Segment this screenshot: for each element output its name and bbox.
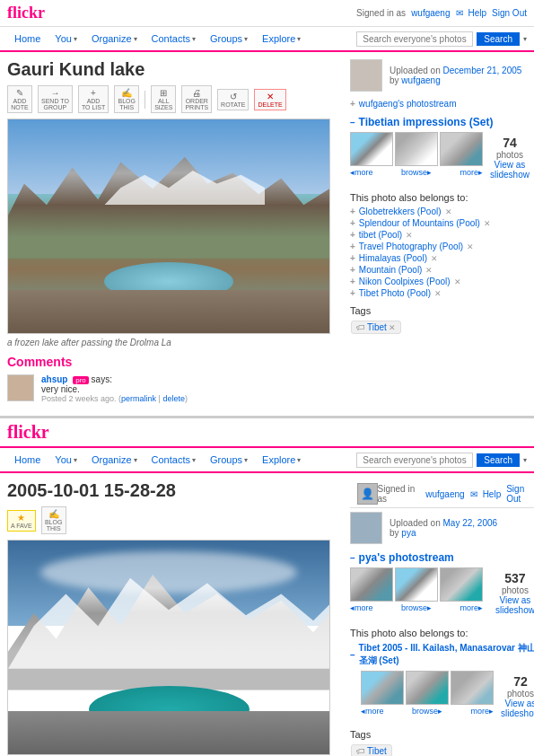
- signout-link[interactable]: Sign Out: [492, 8, 527, 18]
- nav-home[interactable]: Home: [7, 33, 48, 44]
- username-link[interactable]: wufgaeng: [411, 8, 450, 18]
- pya-thumb-3[interactable]: [440, 567, 483, 602]
- ground-element: [8, 290, 329, 333]
- set-nav-links: ◂more browse▸ more▸: [350, 168, 483, 177]
- nav-contacts[interactable]: Contacts▾: [144, 33, 203, 44]
- set-title-1[interactable]: Tibetian impressions (Set): [359, 116, 494, 128]
- pya-thumb-1[interactable]: [350, 567, 393, 602]
- more-left-link[interactable]: ◂more: [350, 168, 373, 177]
- set-thumb[interactable]: [350, 132, 393, 166]
- set2-thumb-1[interactable]: [361, 671, 404, 705]
- search-button[interactable]: Search: [477, 32, 520, 46]
- set2-slideshow-link[interactable]: View as slideshow: [501, 699, 534, 718]
- help-link-2[interactable]: Help: [483, 489, 502, 499]
- pool-link[interactable]: Tibet Photo (Pool): [359, 288, 431, 298]
- ground2-element: [8, 711, 329, 754]
- uploader-link-2[interactable]: pya: [401, 528, 416, 538]
- comment-meta: Posted 2 weeks ago. (permalink | delete): [41, 394, 188, 403]
- nav2-explore[interactable]: Explore ▾: [255, 454, 308, 465]
- pool-remove-icon[interactable]: ✕: [484, 219, 491, 228]
- send-to-group-btn[interactable]: → SEND TO GROUP: [38, 85, 73, 113]
- pya-nav-links: ◂more browse▸ more▸: [350, 603, 483, 612]
- all-sizes-btn[interactable]: ⊞ ALL SIZES: [151, 85, 176, 113]
- uploader-link[interactable]: wufgaeng: [401, 75, 440, 85]
- blog-this-btn-1[interactable]: ✍ BLOG THIS: [114, 85, 139, 113]
- mail-icon-2: ✉: [470, 489, 477, 499]
- pool-link[interactable]: Globetrekkers (Pool): [359, 207, 442, 216]
- browse-link[interactable]: browse▸: [401, 168, 432, 177]
- pya-more-right[interactable]: more▸: [460, 603, 483, 612]
- tag-link[interactable]: Tibet: [367, 322, 387, 332]
- plus-icon: +: [350, 242, 355, 251]
- nav2-contacts[interactable]: Contacts ▾: [144, 454, 203, 465]
- permalink-link[interactable]: permalink: [121, 394, 156, 403]
- set2-more-left[interactable]: ◂more: [361, 707, 384, 716]
- upload-date-link[interactable]: December 21, 2005: [443, 66, 522, 75]
- pool-link[interactable]: Mountain (Pool): [359, 265, 423, 275]
- more-right-link[interactable]: more▸: [460, 168, 483, 177]
- pool-link[interactable]: tibet (Pool): [359, 230, 402, 240]
- signout-link-2[interactable]: Sign Out: [506, 484, 534, 504]
- set-thumb[interactable]: [395, 132, 438, 166]
- nav-you[interactable]: You▾: [48, 33, 84, 44]
- tag-remove-icon[interactable]: ✕: [389, 323, 396, 332]
- pya-thumb-2[interactable]: [395, 567, 438, 602]
- upload-date-link-2[interactable]: May 22, 2006: [443, 518, 498, 528]
- pool-remove-icon[interactable]: ✕: [425, 266, 433, 275]
- nav-explore[interactable]: Explore▾: [255, 33, 308, 44]
- rotate-btn[interactable]: ↺ ROTATE: [217, 89, 249, 110]
- pya-slideshow-link[interactable]: View as slideshow: [495, 595, 534, 615]
- pya-browse[interactable]: browse▸: [401, 603, 432, 612]
- photostream-link-1[interactable]: + wufgaeng's photostream: [350, 99, 533, 109]
- nav2-home[interactable]: Home: [7, 454, 48, 465]
- set-toggle-2[interactable]: –: [350, 553, 355, 563]
- pool-link[interactable]: Himalayas (Pool): [359, 253, 427, 263]
- nav2-groups[interactable]: Groups ▾: [203, 454, 255, 465]
- set2-title[interactable]: Tibet 2005 - III. Kailash, Manasarovar 神…: [359, 642, 534, 667]
- set2-thumb-2[interactable]: [406, 671, 449, 705]
- nav-groups[interactable]: Groups▾: [203, 33, 255, 44]
- delete-comment-link[interactable]: delete: [162, 394, 185, 403]
- pool-remove-icon[interactable]: ✕: [431, 254, 438, 263]
- send-icon: →: [50, 88, 59, 98]
- photo-image-2[interactable]: [7, 540, 330, 755]
- set2-thumb-3[interactable]: [451, 671, 494, 705]
- search-input-2[interactable]: [356, 453, 473, 468]
- help-link[interactable]: Help: [468, 8, 487, 18]
- pool-remove-icon[interactable]: ✕: [406, 231, 413, 240]
- tag-link-2[interactable]: Tibet: [367, 746, 387, 756]
- order-prints-btn[interactable]: 🖨 ORDER PRINTS: [181, 85, 212, 113]
- pool-link[interactable]: Nikon Coolpixes (Pool): [359, 277, 451, 286]
- pool-remove-icon[interactable]: ✕: [445, 207, 452, 216]
- set-thumb[interactable]: [440, 132, 483, 166]
- photo-image-1[interactable]: [7, 119, 330, 334]
- comment-username[interactable]: ahsup: [41, 374, 67, 384]
- pool-remove-icon[interactable]: ✕: [467, 242, 474, 251]
- set2-more-right[interactable]: more▸: [470, 707, 494, 716]
- nav-organize[interactable]: Organize▾: [84, 33, 144, 44]
- pya-more-left[interactable]: ◂more: [350, 603, 373, 612]
- chevron-icon: ▾: [192, 35, 196, 43]
- photostream-anchor[interactable]: wufgaeng's photostream: [359, 99, 457, 109]
- add-to-list-btn[interactable]: + ADD TO LIST: [78, 85, 109, 113]
- view-slideshow-link[interactable]: View as slideshow: [490, 160, 530, 180]
- nav2-organize[interactable]: Organize ▾: [84, 454, 144, 465]
- blog-this-btn-2[interactable]: ✍ BLOG THIS: [41, 506, 66, 534]
- nav-search-form: Search ▾: [356, 31, 527, 47]
- pool-link[interactable]: Splendour of Mountains (Pool): [359, 218, 480, 228]
- set2-toggle[interactable]: –: [350, 650, 355, 660]
- pya-photostream-title[interactable]: pya's photostream: [359, 551, 454, 564]
- search-button-2[interactable]: Search: [477, 453, 520, 467]
- fave-btn[interactable]: ★ A FAVE: [7, 510, 36, 532]
- add-note-btn[interactable]: ✎ ADD NOTE: [7, 85, 32, 113]
- username-link-2[interactable]: wufgaeng: [425, 489, 464, 499]
- set2-browse[interactable]: browse▸: [412, 707, 442, 716]
- pool-remove-icon[interactable]: ✕: [434, 289, 442, 298]
- nav2-you[interactable]: You ▾: [48, 454, 84, 465]
- pool-remove-icon[interactable]: ✕: [454, 277, 461, 286]
- pool-link[interactable]: Travel Photography (Pool): [359, 242, 463, 251]
- delete-btn[interactable]: ✕ DELETE: [254, 89, 285, 110]
- search-input[interactable]: [356, 31, 473, 47]
- set-toggle-1[interactable]: –: [350, 118, 355, 127]
- chevron-icon: ▾: [244, 35, 248, 43]
